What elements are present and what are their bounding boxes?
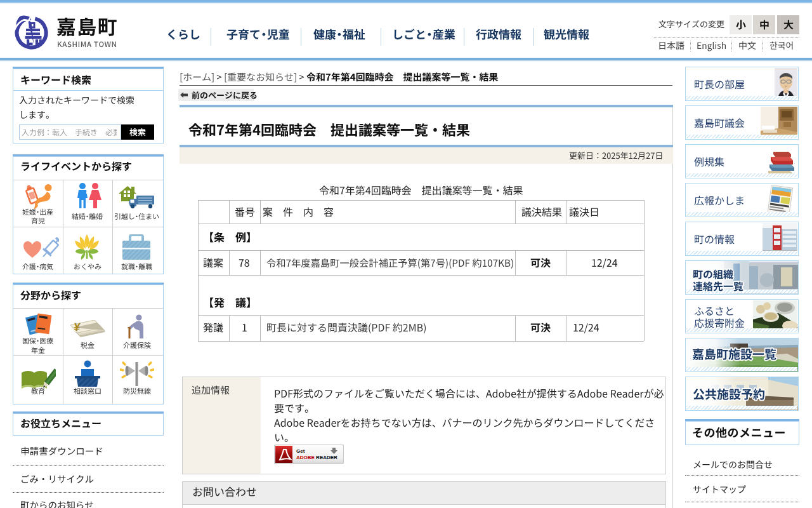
svg-text:ADOBE READER: ADOBE READER <box>296 455 337 460</box>
svg-text:Get: Get <box>296 448 305 454</box>
